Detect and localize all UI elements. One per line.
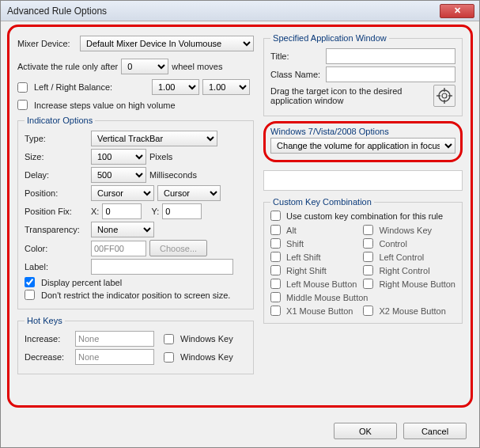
key-winkey-checkbox[interactable]	[363, 225, 373, 235]
cancel-button[interactable]: Cancel	[403, 423, 467, 439]
decrease-winkey-label: Windows Key	[180, 352, 233, 362]
key-lmb-checkbox[interactable]	[270, 279, 281, 289]
key-x1-label: X1 Mouse Button	[286, 306, 353, 316]
type-label: Type:	[25, 134, 88, 143]
target-icon[interactable]	[433, 85, 455, 107]
choose-color-button[interactable]: Choose...	[149, 240, 207, 256]
activate-wheel-select[interactable]: 0	[121, 59, 168, 74]
key-control-checkbox[interactable]	[363, 238, 373, 249]
use-custom-key-label: Use custom key combination for this rule	[286, 211, 443, 221]
lr-balance-left-select[interactable]: 1.00	[152, 79, 199, 95]
use-custom-key-checkbox[interactable]	[270, 211, 281, 221]
posfix-x-input[interactable]	[102, 203, 142, 219]
label-label: Label:	[25, 262, 88, 271]
win7-behavior-select[interactable]: Change the volume for application in foc…	[270, 138, 455, 154]
increase-steps-checkbox[interactable]	[17, 100, 28, 110]
crosshair-icon	[437, 88, 452, 104]
delay-unit: Milliseconds	[149, 170, 197, 180]
appwin-drag-text: Drag the target icon to the desired appl…	[270, 86, 425, 105]
activate-prefix: Activate the rule only after	[17, 62, 118, 71]
mixer-device-label: Mixer Device:	[17, 39, 77, 48]
window-title: Advanced Rule Options	[7, 6, 440, 17]
transparency-label: Transparency:	[25, 225, 88, 234]
custom-key-fieldset: Custom Key Combination Use custom key co…	[263, 197, 463, 324]
decrease-winkey-checkbox[interactable]	[164, 352, 174, 363]
key-alt-checkbox[interactable]	[270, 225, 281, 235]
increase-winkey-label: Windows Key	[180, 334, 233, 344]
key-lcontrol-label: Left Control	[379, 252, 424, 262]
key-lshift-checkbox[interactable]	[270, 252, 281, 262]
dont-restrict-checkbox[interactable]	[25, 290, 35, 300]
size-select[interactable]: 100	[91, 149, 146, 165]
key-mmb-label: Middle Mouse Button	[286, 293, 368, 302]
label-input[interactable]	[91, 259, 233, 275]
empty-box	[263, 170, 463, 191]
position-y-select[interactable]: Cursor	[157, 185, 221, 201]
appwin-title-label: Title:	[270, 51, 323, 61]
win7-legend: Windows 7/Vista/2008 Options	[270, 127, 455, 136]
color-label: Color:	[25, 244, 88, 253]
titlebar: Advanced Rule Options ✕	[1, 1, 479, 21]
appwin-class-input[interactable]	[326, 66, 455, 82]
display-percent-label: Display percent label	[41, 278, 122, 287]
decrease-label: Decrease:	[25, 352, 72, 362]
appwin-class-label: Class Name:	[270, 70, 323, 79]
activate-suffix: wheel moves	[172, 62, 222, 71]
key-x2-label: X2 Mouse Button	[379, 306, 445, 316]
size-unit: Pixels	[149, 152, 172, 161]
lr-balance-right-select[interactable]: 1.00	[202, 79, 250, 95]
indicator-options-legend: Indicator Options	[25, 116, 95, 125]
appwin-title-input[interactable]	[326, 48, 455, 64]
increase-hotkey-input[interactable]	[75, 331, 154, 347]
key-rmb-checkbox[interactable]	[363, 279, 373, 289]
svg-point-1	[442, 93, 447, 98]
key-rshift-label: Right Shift	[286, 266, 327, 275]
display-percent-checkbox[interactable]	[25, 277, 35, 287]
key-x2-checkbox[interactable]	[363, 306, 373, 316]
svg-point-0	[439, 90, 450, 101]
key-rshift-checkbox[interactable]	[270, 265, 281, 275]
position-label: Position:	[25, 188, 88, 198]
close-icon: ✕	[454, 6, 461, 16]
transparency-select[interactable]: None	[91, 222, 154, 237]
lr-balance-checkbox[interactable]	[17, 82, 28, 93]
key-lmb-label: Left Mouse Button	[286, 279, 357, 289]
app-window-fieldset: Specified Application Window Title: Clas…	[263, 33, 463, 116]
key-control-label: Control	[379, 239, 406, 249]
lr-balance-label: Left / Right Balance:	[34, 82, 149, 92]
key-x1-checkbox[interactable]	[270, 306, 281, 316]
posfix-x-label: X:	[91, 207, 99, 216]
win7-highlight: Windows 7/Vista/2008 Options Change the …	[263, 121, 463, 162]
delay-label: Delay:	[25, 170, 88, 180]
dialog-window: Advanced Rule Options ✕ Mixer Device: De…	[0, 0, 480, 448]
position-fix-label: Position Fix:	[25, 207, 88, 216]
increase-steps-label: Increase steps value on high volume	[34, 101, 176, 110]
key-mmb-checkbox[interactable]	[270, 292, 281, 302]
key-rmb-label: Right Mouse Button	[379, 279, 455, 289]
mixer-device-select[interactable]: Default Mixer Device In Volumouse	[80, 36, 254, 51]
key-winkey-label: Windows Key	[379, 226, 432, 235]
close-button[interactable]: ✕	[440, 4, 474, 18]
key-rcontrol-label: Right Control	[379, 266, 429, 275]
posfix-y-input[interactable]	[162, 203, 202, 219]
hotkeys-fieldset: Hot Keys Increase: Windows Key Decrease:…	[17, 316, 254, 374]
app-window-legend: Specified Application Window	[270, 33, 389, 43]
key-lshift-label: Left Shift	[286, 252, 320, 262]
type-select[interactable]: Vertical TrackBar	[91, 131, 217, 146]
increase-winkey-checkbox[interactable]	[164, 334, 174, 344]
color-input	[91, 241, 146, 256]
size-label: Size:	[25, 152, 88, 161]
highlighted-frame: Mixer Device: Default Mixer Device In Vo…	[7, 25, 473, 408]
key-lcontrol-checkbox[interactable]	[363, 252, 373, 262]
delay-select[interactable]: 500	[91, 167, 146, 183]
key-rcontrol-checkbox[interactable]	[363, 265, 373, 275]
hotkeys-legend: Hot Keys	[25, 316, 65, 325]
decrease-hotkey-input[interactable]	[75, 349, 154, 365]
key-shift-checkbox[interactable]	[270, 238, 281, 249]
position-x-select[interactable]: Cursor	[91, 185, 154, 201]
increase-label: Increase:	[25, 334, 72, 344]
button-bar: OK Cancel	[334, 423, 467, 439]
ok-button[interactable]: OK	[334, 423, 397, 439]
key-alt-label: Alt	[286, 226, 297, 235]
indicator-options-fieldset: Indicator Options Type: Vertical TrackBa…	[17, 116, 254, 309]
